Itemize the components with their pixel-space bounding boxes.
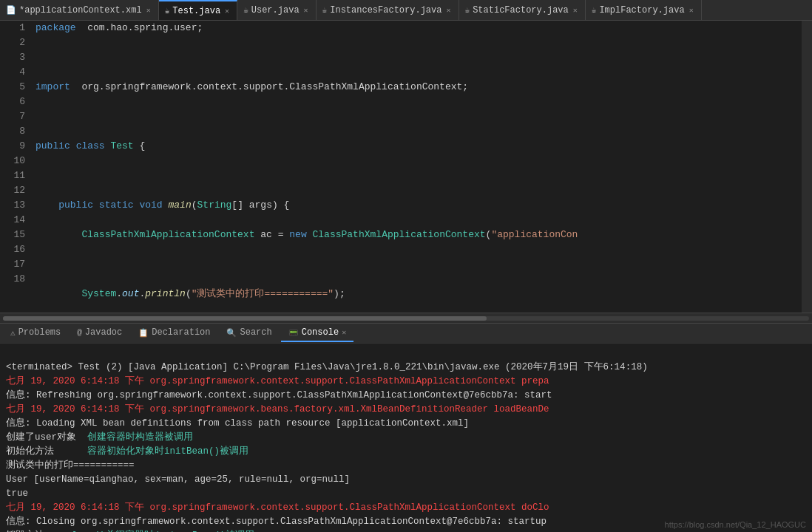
console-line-11: 信息: Closing org.springframework.context.… [6,516,547,527]
tab-bar: 📄 *applicationContext.xml ✕ ☕ Test.java … [0,0,812,21]
console-line-4: 信息: Loading XML bean definitions from cl… [6,418,469,429]
console-line-9: true [6,488,28,499]
tab-problems[interactable]: ⚠ Problems [3,324,68,342]
tab-close-icon[interactable]: ✕ [145,5,152,16]
java-file-icon: ☕ [165,6,170,16]
tab-declaration[interactable]: 📋 Declaration [131,324,217,342]
console-line-6: 初始化方法 容器初始化对象时initBean()被调用 [6,446,248,457]
warning-icon: ⚠ [10,328,16,338]
console-output[interactable]: <terminated> Test (2) [Java Application]… [0,344,812,532]
tab-search[interactable]: 🔍 Search [219,324,279,342]
code-editor[interactable]: package com.hao.spring.user; import org.… [30,21,812,313]
tab-javadoc[interactable]: @ Javadoc [70,324,129,342]
tab-instancesfactory[interactable]: ☕ InstancesFactory.java ✕ [317,0,459,20]
tab-label: *applicationContext.xml [19,5,142,16]
tab-console-label: Console [302,327,339,338]
tab-declaration-label: Declaration [152,327,210,338]
tab-label: InstancesFactory.java [330,5,441,16]
scrollbar-thumb [3,316,487,321]
tab-close-icon[interactable]: ✕ [444,5,452,16]
console-line-1: 七月 19, 2020 6:14:18 下午 org.springframewo… [6,376,549,386]
line-numbers: 1 2 3 4 5 6 7 8 9 10 11 12 13 14 15 16 1… [0,21,30,313]
tab-userjava[interactable]: ☕ User.java ✕ [237,0,316,20]
tab-problems-label: Problems [18,327,61,338]
editor-area: 1 2 3 4 5 6 7 8 9 10 11 12 13 14 15 16 1… [0,21,812,313]
vertical-scrollbar[interactable] [802,21,812,313]
tab-label: User.java [251,5,300,16]
java-file-icon: ☕ [465,5,470,15]
terminated-line: <terminated> Test (2) [Java Application]… [6,362,648,372]
console-icon: 📟 [288,328,299,338]
tab-staticfactory[interactable]: ☕ StaticFactory.java ✕ [459,0,586,20]
console-line-5: 创建了user对象 创建容器时构造器被调用 [6,432,193,443]
tab-applicationcontext[interactable]: 📄 *applicationContext.xml ✕ [0,0,159,20]
java-file-icon: ☕ [592,5,597,15]
tab-label: ImplFactory.java [599,5,684,16]
watermark: https://blog.csdn.net/Qia_12_HAOGUC [665,520,806,529]
console-line-8: User [userName=qianghao, sex=man, age=25… [6,474,350,485]
at-icon: @ [77,328,82,337]
tab-close-icon[interactable]: ✕ [223,6,231,16]
java-file-icon: ☕ [322,5,328,15]
tab-label: StaticFactory.java [473,5,569,16]
declaration-icon: 📋 [138,328,149,338]
bottom-tab-bar: ⚠ Problems @ Javadoc 📋 Declaration 🔍 Sea… [0,323,812,344]
tab-testjava[interactable]: ☕ Test.java ✕ [159,0,237,20]
tab-close-icon[interactable]: ✕ [302,5,310,16]
horizontal-scrollbar[interactable] [0,313,812,323]
console-line-10: 七月 19, 2020 6:14:18 下午 org.springframewo… [6,502,549,513]
tab-label: Test.java [172,6,220,16]
console-x-icon: ✕ [342,328,346,337]
scrollbar-track [3,316,809,321]
tab-console[interactable]: 📟 Console ✕ [281,324,353,342]
console-line-3: 七月 19, 2020 6:14:18 下午 org.springframewo… [6,404,549,415]
tab-javadoc-label: Javadoc [85,327,122,338]
java-file-icon: ☕ [243,5,248,15]
search-icon: 🔍 [226,328,237,338]
tab-close-icon[interactable]: ✕ [572,5,579,16]
tab-search-label: Search [240,327,271,338]
console-line-2: 信息: Refreshing org.springframework.conte… [6,390,552,400]
tab-implfactory[interactable]: ☕ ImplFactory.java ✕ [586,0,702,20]
console-line-7: 测试类中的打印=========== [6,460,135,471]
tab-close-icon[interactable]: ✕ [688,5,695,16]
xml-file-icon: 📄 [6,5,16,15]
